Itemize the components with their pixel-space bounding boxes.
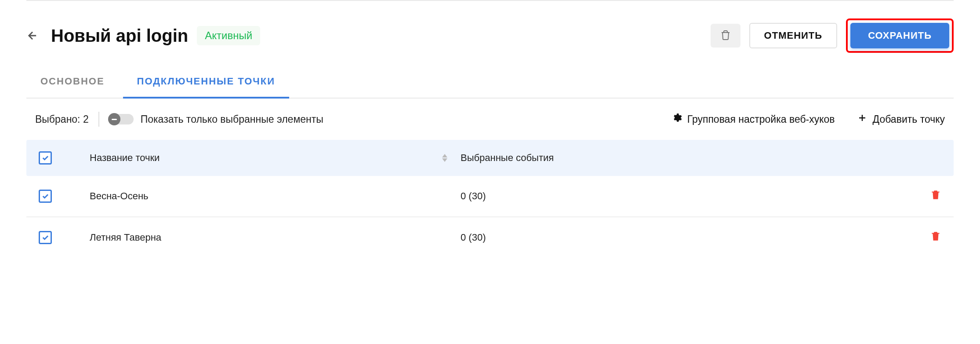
save-button[interactable]: СОХРАНИТЬ bbox=[850, 23, 949, 48]
row-checkbox[interactable] bbox=[39, 190, 52, 203]
cancel-button[interactable]: ОТМЕНИТЬ bbox=[749, 23, 838, 48]
sort-icon[interactable] bbox=[442, 154, 447, 162]
column-header-events: Выбранные события bbox=[461, 152, 941, 164]
delete-button[interactable] bbox=[711, 24, 740, 48]
cell-events: 0 (30) bbox=[461, 232, 930, 243]
toggle-label: Показать только выбранные элементы bbox=[141, 113, 323, 125]
cell-events: 0 (30) bbox=[461, 190, 930, 202]
cell-name: Весна-Осень bbox=[52, 190, 461, 202]
table-row: Летняя Таверна 0 (30) bbox=[26, 217, 954, 258]
column-header-name[interactable]: Название точки bbox=[90, 152, 160, 164]
selection-count: Выбрано: 2 bbox=[35, 113, 89, 125]
row-checkbox[interactable] bbox=[39, 231, 52, 244]
group-webhooks-label: Групповая настройка веб-хуков bbox=[687, 113, 835, 125]
trash-icon bbox=[720, 30, 731, 42]
status-badge: Активный bbox=[197, 26, 260, 45]
trash-icon bbox=[930, 192, 941, 203]
show-selected-toggle[interactable] bbox=[109, 114, 134, 124]
select-all-checkbox[interactable] bbox=[39, 151, 52, 165]
row-delete-button[interactable] bbox=[930, 231, 941, 245]
row-delete-button[interactable] bbox=[930, 189, 941, 203]
cell-name: Летняя Таверна bbox=[52, 232, 461, 243]
table-header: Название точки Выбранные события bbox=[26, 140, 954, 176]
add-point-label: Добавить точку bbox=[873, 113, 945, 125]
trash-icon bbox=[930, 233, 941, 244]
gear-icon bbox=[671, 113, 682, 126]
plus-icon bbox=[857, 113, 867, 126]
save-button-highlight: СОХРАНИТЬ bbox=[846, 18, 954, 53]
page-title: Новый api login bbox=[51, 26, 188, 46]
table-row: Весна-Осень 0 (30) bbox=[26, 176, 954, 217]
add-point-button[interactable]: Добавить точку bbox=[857, 113, 945, 126]
group-webhooks-button[interactable]: Групповая настройка веб-хуков bbox=[671, 113, 835, 126]
back-arrow-icon[interactable] bbox=[26, 29, 39, 42]
tab-connected-points[interactable]: ПОДКЛЮЧЕННЫЕ ТОЧКИ bbox=[123, 66, 290, 99]
tab-main[interactable]: ОСНОВНОЕ bbox=[26, 66, 119, 98]
divider bbox=[98, 112, 99, 127]
tabs: ОСНОВНОЕ ПОДКЛЮЧЕННЫЕ ТОЧКИ bbox=[26, 66, 954, 99]
